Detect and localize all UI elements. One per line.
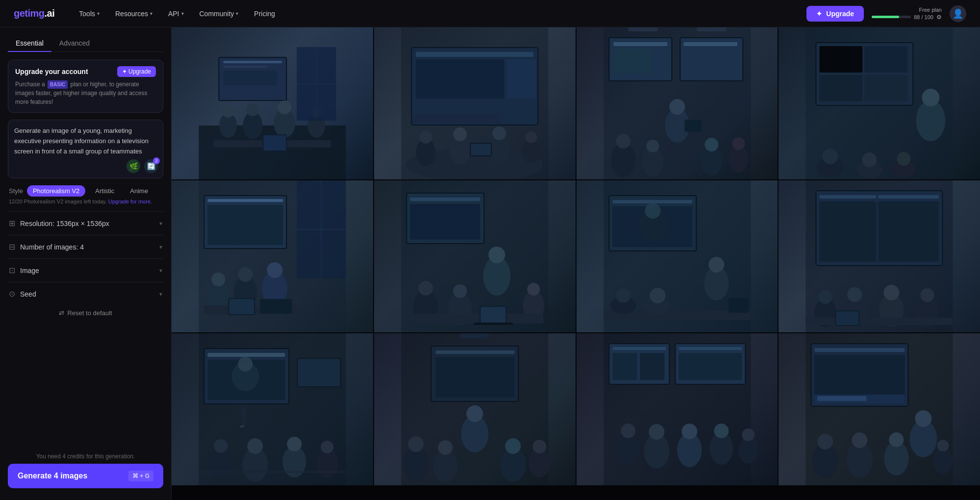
num-images-chevron-icon: ▾ [159, 244, 162, 250]
grid-cell-1[interactable] [172, 27, 373, 179]
grid-cell-10[interactable] [374, 333, 576, 485]
resolution-setting[interactable]: ⊞ Resolution: 1536px × 1536px ▾ [8, 211, 163, 235]
navbar: getimg.ai Tools ▾ Resources ▾ API ▾ Comm… [0, 0, 980, 27]
seed-icon: ⊙ [9, 289, 15, 299]
seed-setting[interactable]: ⊙ Seed ▾ [8, 282, 163, 305]
lightning-icon: ✦ [816, 10, 822, 18]
num-images-icon: ⊟ [9, 242, 15, 251]
generate-shortcut: ⌘ + G [128, 471, 153, 481]
grid-cell-6[interactable] [374, 180, 576, 332]
badge-count: 2 [153, 157, 160, 164]
plan-bar-container: 88 / 100 ⚙ [872, 14, 942, 21]
generate-section: You need 4 credits for this generation. … [8, 449, 163, 492]
nav-items: Tools ▾ Resources ▾ API ▾ Community ▾ Pr… [72, 7, 806, 21]
generate-button[interactable]: Generate 4 images ⌘ + G [8, 464, 163, 488]
main-layout: Essential Advanced Upgrade your account … [0, 27, 980, 500]
resources-chevron-icon: ▾ [150, 11, 152, 16]
image-setting[interactable]: ⊡ Image ▾ [8, 258, 163, 282]
style-anime[interactable]: Anime [124, 185, 154, 197]
plan-count: 88 / 100 ⚙ [914, 14, 942, 21]
grid-cell-7[interactable] [577, 180, 778, 332]
nav-community[interactable]: Community ▾ [193, 7, 246, 21]
style-photorealism[interactable]: Photorealism V2 [27, 185, 85, 197]
nav-resources[interactable]: Resources ▾ [108, 7, 159, 21]
grid-cell-3[interactable] [577, 27, 778, 179]
tab-advanced[interactable]: Advanced [51, 35, 98, 52]
community-chevron-icon: ▾ [236, 11, 238, 16]
num-images-setting[interactable]: ⊟ Number of images: 4 ▾ [8, 235, 163, 258]
reset-button[interactable]: ⇄ Reset to default [59, 309, 112, 317]
grid-cell-5[interactable] [172, 180, 373, 332]
resolution-chevron-icon: ▾ [159, 220, 162, 227]
upgrade-button[interactable]: ✦ Upgrade [806, 6, 864, 22]
nav-right: ✦ Upgrade Free plan 88 / 100 ⚙ 👤 [806, 5, 966, 22]
image-grid [172, 27, 980, 500]
style-label: Style [9, 187, 23, 195]
image-chevron-icon: ▾ [159, 267, 162, 274]
api-chevron-icon: ▾ [181, 11, 184, 16]
nav-pricing[interactable]: Pricing [247, 7, 282, 21]
image-icon: ⊡ [9, 266, 15, 275]
plan-info: Free plan 88 / 100 ⚙ [872, 7, 942, 21]
basic-badge: BASIC [48, 80, 68, 89]
tools-chevron-icon: ▾ [97, 11, 100, 16]
left-panel: Essential Advanced Upgrade your account … [0, 27, 172, 500]
prompt-icons: 🌿 🔄 2 [126, 159, 158, 173]
upgrade-small-button[interactable]: ✦ Upgrade [117, 66, 156, 77]
grid-cell-8[interactable] [779, 180, 980, 332]
quota-text: 12/20 Photorealism V2 images left today.… [8, 199, 163, 204]
enhance-icon[interactable]: 🌿 [126, 159, 140, 173]
seed-chevron-icon: ▾ [159, 291, 162, 298]
nav-tools[interactable]: Tools ▾ [72, 7, 106, 21]
upgrade-banner-header: Upgrade your account ✦ Upgrade [15, 66, 156, 77]
grid-cell-11[interactable] [577, 333, 778, 485]
resolution-icon: ⊞ [9, 219, 15, 228]
plan-bar-track [872, 16, 911, 18]
tabs: Essential Advanced [8, 35, 163, 52]
upgrade-banner-title: Upgrade your account [15, 68, 88, 75]
upgrade-link[interactable]: Upgrade for more. [108, 199, 152, 204]
style-row: Style Photorealism V2 Artistic Anime [8, 185, 163, 197]
style-artistic[interactable]: Artistic [89, 185, 120, 197]
grid-cell-2[interactable] [374, 27, 576, 179]
upgrade-banner-desc: Purchase a BASIC plan or higher, to gene… [15, 80, 156, 106]
reset-icon: ⇄ [59, 309, 64, 317]
refresh-icon[interactable]: 🔄 2 [144, 159, 158, 173]
grid-cell-12[interactable] [779, 333, 980, 485]
prompt-area: 🌿 🔄 2 [8, 120, 163, 178]
avatar[interactable]: 👤 [950, 5, 966, 22]
plan-bar-fill [872, 16, 899, 18]
upgrade-banner: Upgrade your account ✦ Upgrade Purchase … [8, 60, 163, 113]
grid-cell-9[interactable] [172, 333, 373, 485]
credits-note: You need 4 credits for this generation. [8, 453, 163, 460]
tab-essential[interactable]: Essential [8, 35, 51, 52]
nav-api[interactable]: API ▾ [161, 7, 191, 21]
logo[interactable]: getimg.ai [14, 8, 54, 19]
grid-cell-4[interactable] [779, 27, 980, 179]
